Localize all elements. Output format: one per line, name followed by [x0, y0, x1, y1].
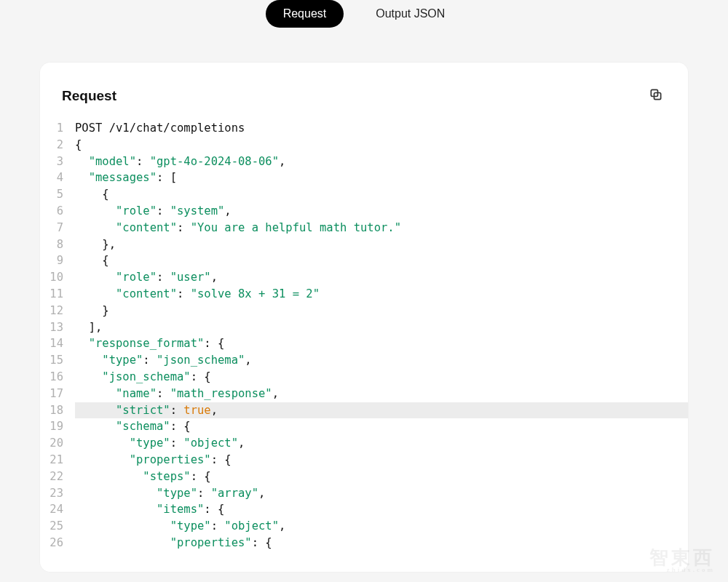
code-scroll-area[interactable]: 1POST /v1/chat/completions2{3 "model": "…: [40, 120, 688, 572]
line-content: "items": {: [75, 501, 688, 518]
line-content: POST /v1/chat/completions: [75, 120, 688, 137]
code-line: 23 "type": "array",: [40, 485, 688, 502]
line-content: "content": "You are a helpful math tutor…: [75, 220, 688, 236]
line-number: 12: [40, 303, 75, 319]
code-line: 8 },: [40, 236, 688, 253]
line-number: 9: [40, 252, 75, 269]
line-content: "messages": [: [75, 170, 688, 186]
tab-output-json[interactable]: Output JSON: [358, 0, 462, 28]
line-number: 21: [40, 452, 75, 469]
line-number: 13: [40, 319, 75, 336]
line-number: 5: [40, 186, 75, 203]
line-number: 17: [40, 386, 75, 402]
line-content: "properties": {: [75, 452, 688, 469]
line-content: {: [75, 252, 688, 269]
code-line: 26 "properties": {: [40, 535, 688, 551]
panel-title: Request: [62, 88, 116, 104]
line-number: 16: [40, 369, 75, 386]
line-number: 20: [40, 435, 75, 452]
code-line: 4 "messages": [: [40, 170, 688, 186]
line-content: "role": "system",: [75, 203, 688, 220]
code-line: 12 }: [40, 303, 688, 319]
line-content: "steps": {: [75, 469, 688, 485]
line-number: 8: [40, 236, 75, 253]
line-content: {: [75, 137, 688, 154]
code-line: 24 "items": {: [40, 501, 688, 518]
code-line: 13 ],: [40, 319, 688, 336]
line-number: 19: [40, 418, 75, 435]
line-content: "strict": true,: [75, 402, 688, 419]
line-number: 11: [40, 286, 75, 303]
line-content: "response_format": {: [75, 335, 688, 352]
line-number: 6: [40, 203, 75, 220]
line-content: "type": "json_schema",: [75, 352, 688, 369]
line-content: "json_schema": {: [75, 369, 688, 386]
code-line: 7 "content": "You are a helpful math tut…: [40, 220, 688, 236]
code-line: 5 {: [40, 186, 688, 203]
line-content: {: [75, 186, 688, 203]
copy-icon: [649, 93, 663, 104]
request-panel: Request 1POST /v1/chat/completions2{3 "m…: [40, 63, 688, 572]
code-line: 21 "properties": {: [40, 452, 688, 469]
line-number: 15: [40, 352, 75, 369]
copy-button[interactable]: [646, 84, 666, 107]
line-number: 1: [40, 120, 75, 137]
line-number: 22: [40, 469, 75, 485]
line-number: 25: [40, 518, 75, 535]
code-line: 10 "role": "user",: [40, 269, 688, 286]
line-number: 7: [40, 220, 75, 236]
tab-bar: Request Output JSON: [0, 0, 728, 41]
code-line: 3 "model": "gpt-4o-2024-08-06",: [40, 154, 688, 170]
code-line: 15 "type": "json_schema",: [40, 352, 688, 369]
line-content: "properties": {: [75, 535, 688, 551]
line-number: 2: [40, 137, 75, 154]
line-number: 23: [40, 485, 75, 502]
code-line: 2{: [40, 137, 688, 154]
code-line: 20 "type": "object",: [40, 435, 688, 452]
code-line: 1POST /v1/chat/completions: [40, 120, 688, 137]
line-content: "content": "solve 8x + 31 = 2": [75, 286, 688, 303]
line-number: 4: [40, 170, 75, 186]
panel-header: Request: [40, 84, 688, 120]
line-number: 26: [40, 535, 75, 551]
line-content: }: [75, 303, 688, 319]
code-line: 6 "role": "system",: [40, 203, 688, 220]
line-content: "model": "gpt-4o-2024-08-06",: [75, 154, 688, 170]
code-line: 17 "name": "math_response",: [40, 386, 688, 402]
tab-request[interactable]: Request: [266, 0, 344, 28]
line-number: 10: [40, 269, 75, 286]
line-content: "schema": {: [75, 418, 688, 435]
line-content: "type": "object",: [75, 435, 688, 452]
line-number: 24: [40, 501, 75, 518]
line-content: "name": "math_response",: [75, 386, 688, 402]
line-number: 3: [40, 154, 75, 170]
code-line: 18 "strict": true,: [40, 402, 688, 419]
line-content: "type": "object",: [75, 518, 688, 535]
code-line: 25 "type": "object",: [40, 518, 688, 535]
line-number: 18: [40, 402, 75, 419]
line-content: ],: [75, 319, 688, 336]
code-line: 14 "response_format": {: [40, 335, 688, 352]
code-line: 22 "steps": {: [40, 469, 688, 485]
line-content: "type": "array",: [75, 485, 688, 502]
line-number: 14: [40, 335, 75, 352]
code-line: 19 "schema": {: [40, 418, 688, 435]
line-content: },: [75, 236, 688, 253]
code-line: 11 "content": "solve 8x + 31 = 2": [40, 286, 688, 303]
code-line: 16 "json_schema": {: [40, 369, 688, 386]
line-content: "role": "user",: [75, 269, 688, 286]
code-line: 9 {: [40, 252, 688, 269]
